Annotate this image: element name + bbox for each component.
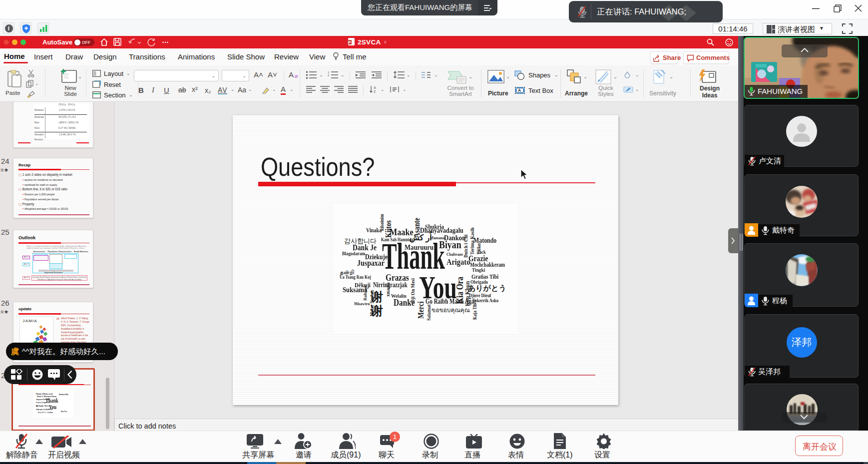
svg-text:Z: Z [374,90,376,93]
svg-text:P: P [348,40,351,45]
svg-text:A: A [518,88,521,93]
svg-text:2: 2 [328,74,330,77]
svg-text:A: A [374,86,376,89]
